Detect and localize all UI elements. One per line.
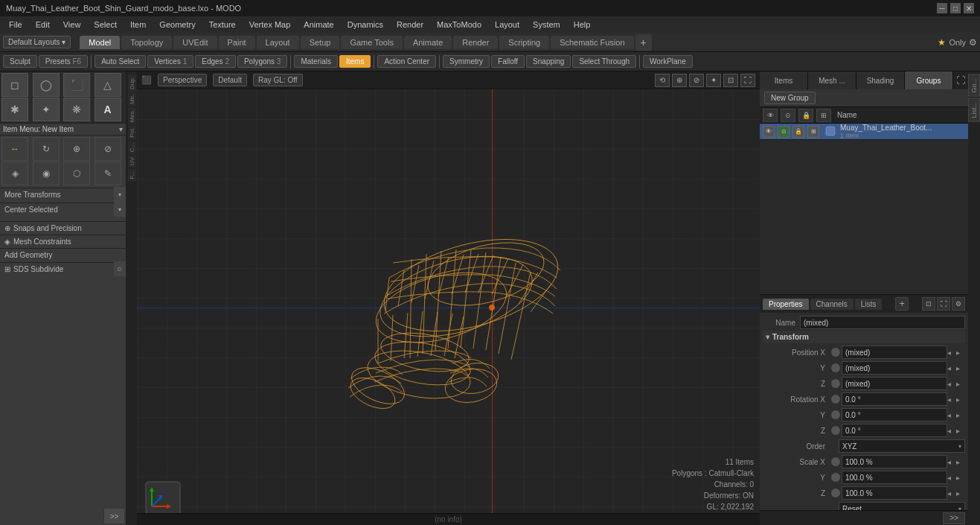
auto-select-btn[interactable]: Auto Select xyxy=(95,55,146,68)
prop-rotation-y-input[interactable] xyxy=(842,408,947,421)
prop-scale-y-dot[interactable] xyxy=(831,473,840,482)
prop-rotation-z-input[interactable] xyxy=(842,424,947,437)
left-v-tab-mir[interactable]: Mir. xyxy=(128,92,136,106)
list-header-eye[interactable]: 👁 xyxy=(763,109,778,122)
add-geometry-btn[interactable]: Add Geometry xyxy=(0,248,126,261)
tool-text[interactable]: A xyxy=(95,98,121,121)
prop-pos-x-arrow[interactable]: ◂ xyxy=(947,349,956,357)
tool-4[interactable]: ⬡ xyxy=(63,162,90,185)
left-v-tab-f[interactable]: F... xyxy=(128,169,136,182)
side-tab-go[interactable]: Go... xyxy=(968,74,980,97)
tool-flower[interactable]: ❋ xyxy=(63,98,90,121)
menu-dynamics[interactable]: Dynamics xyxy=(342,19,389,31)
close-button[interactable]: ✕ xyxy=(964,3,974,13)
prop-position-x-input[interactable] xyxy=(842,346,947,359)
menu-edit[interactable]: Edit xyxy=(30,19,56,31)
props-tab-lists[interactable]: Lists xyxy=(855,299,883,310)
edges-btn[interactable]: Edges 2 xyxy=(195,55,236,68)
vp-ctrl-3[interactable]: ⊘ xyxy=(689,74,704,87)
menu-layout[interactable]: Layout xyxy=(489,19,525,31)
item-mesh-0[interactable]: ⊞ xyxy=(807,126,819,138)
item-render-0[interactable]: ⊙ xyxy=(778,126,790,138)
item-visibility-0[interactable]: 👁 xyxy=(763,126,775,138)
props-icon-1[interactable]: ⊡ xyxy=(922,297,935,311)
prop-scale-x-arrow[interactable]: ◂ xyxy=(947,458,956,466)
prop-scale-z-arrow2[interactable]: ▸ xyxy=(956,489,965,497)
menu-help[interactable]: Help xyxy=(568,19,597,31)
prop-rot-y-arrow[interactable]: ◂ xyxy=(947,411,956,419)
props-expand-btn[interactable]: >> xyxy=(943,512,965,524)
list-header-render[interactable]: ⊙ xyxy=(781,109,795,122)
list-header-lock[interactable]: 🔒 xyxy=(798,109,813,122)
menu-texture[interactable]: Texture xyxy=(203,19,242,31)
viewport-view-btn[interactable]: Default xyxy=(213,74,247,86)
prop-scale-z-arrow[interactable]: ◂ xyxy=(947,489,956,497)
tool-diamond[interactable]: ✦ xyxy=(33,98,60,121)
tool-2[interactable]: ◈ xyxy=(1,162,28,185)
vp-ctrl-expand[interactable]: ⛶ xyxy=(740,74,755,87)
prop-scale-y-input[interactable] xyxy=(842,471,947,484)
menu-render[interactable]: Render xyxy=(391,19,429,31)
vp-ctrl-1[interactable]: ⟲ xyxy=(655,74,670,87)
falloff-btn[interactable]: Falloff xyxy=(491,55,525,68)
prop-position-z-input[interactable] xyxy=(842,377,947,390)
tool-move[interactable]: ↔ xyxy=(1,137,28,161)
prop-pos-z-dot[interactable] xyxy=(831,379,840,388)
tool-5[interactable]: ✎ xyxy=(95,162,121,185)
tab-gametools[interactable]: Game Tools xyxy=(341,36,403,49)
side-tab-list[interactable]: List... xyxy=(968,98,980,122)
tab-topology[interactable]: Topology xyxy=(121,36,172,49)
center-selected-btn[interactable]: Center Selected xyxy=(0,203,114,216)
vp-ctrl-5[interactable]: ⊡ xyxy=(723,74,738,87)
tab-groups[interactable]: Groups xyxy=(905,71,953,89)
tab-layout[interactable]: Layout xyxy=(257,36,299,49)
tab-add-button[interactable]: + xyxy=(635,34,652,51)
prop-rot-x-dot[interactable] xyxy=(831,395,840,404)
prop-scale-y-arrow[interactable]: ◂ xyxy=(947,474,956,482)
presets-btn[interactable]: Presets F6 xyxy=(39,55,88,68)
maximize-button[interactable]: □ xyxy=(950,3,961,13)
prop-pos-z-arrow[interactable]: ◂ xyxy=(947,380,956,388)
gear-icon[interactable]: ⚙ xyxy=(969,37,977,48)
viewport-mode-btn[interactable]: Perspective xyxy=(158,74,207,86)
tool-box[interactable]: ⬛ xyxy=(63,73,90,97)
sds-subdivide-btn[interactable]: ⊞ SDS Subdivide xyxy=(0,262,114,276)
tab-mesh[interactable]: Mesh ... xyxy=(808,71,856,89)
props-icon-gear[interactable]: ⚙ xyxy=(952,297,965,311)
tab-animate[interactable]: Animate xyxy=(404,36,452,49)
tab-uvedit[interactable]: UVEdit xyxy=(173,36,217,49)
snapping-btn[interactable]: Snapping xyxy=(526,55,571,68)
tool-star[interactable]: ✱ xyxy=(1,98,28,121)
prop-scale-x-input[interactable] xyxy=(842,455,947,468)
workplane-btn[interactable]: WorkPlane xyxy=(643,55,693,68)
new-group-btn[interactable]: New Group xyxy=(764,92,816,104)
menu-file[interactable]: File xyxy=(3,19,28,31)
tool-transform[interactable]: ⊘ xyxy=(95,137,121,161)
tab-scripting[interactable]: Scripting xyxy=(499,36,549,49)
left-v-tab-c[interactable]: C... xyxy=(128,141,136,154)
tool-3[interactable]: ◉ xyxy=(33,162,60,185)
prop-rot-z-arrow2[interactable]: ▸ xyxy=(956,427,965,435)
tab-paint[interactable]: Paint xyxy=(219,36,255,49)
prop-rotation-x-input[interactable] xyxy=(842,392,947,406)
mesh-constraints-btn[interactable]: ◈ Mesh Constraints xyxy=(0,235,126,248)
prop-name-value[interactable]: (mixed) xyxy=(800,316,965,329)
props-tab-properties[interactable]: Properties xyxy=(763,299,809,310)
right-tabs-expand[interactable]: ⛶ xyxy=(953,71,968,89)
left-v-tab-mes[interactable]: Mes. xyxy=(128,107,136,124)
prop-scale-x-dot[interactable] xyxy=(831,457,840,466)
tab-setup[interactable]: Setup xyxy=(301,36,340,49)
vertices-btn[interactable]: Vertices 1 xyxy=(147,55,193,68)
viewport-raygl-btn[interactable]: Ray GL: Off xyxy=(253,74,303,86)
tab-render[interactable]: Render xyxy=(453,36,498,49)
left-v-tab-dup[interactable]: Dup. xyxy=(128,74,136,92)
props-tab-channels[interactable]: Channels xyxy=(810,299,854,310)
left-v-tab-pol[interactable]: Pol. xyxy=(128,125,136,140)
polygons-btn[interactable]: Polygons 3 xyxy=(237,55,287,68)
prop-scale-y-arrow2[interactable]: ▸ xyxy=(956,474,965,482)
menu-animate[interactable]: Animate xyxy=(298,19,339,31)
tool-circle[interactable]: ◯ xyxy=(33,73,60,97)
action-center-btn[interactable]: Action Center xyxy=(377,55,436,68)
prop-pos-y-arrow[interactable]: ◂ xyxy=(947,364,956,372)
tool-sphere[interactable]: ◻ xyxy=(1,73,28,97)
